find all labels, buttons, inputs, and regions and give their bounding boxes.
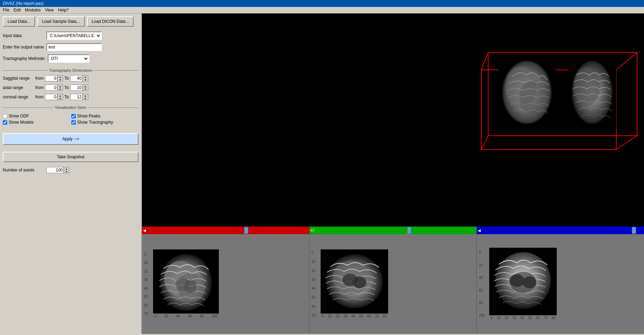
coronal-content[interactable]: 0 20 40 60 80 100: [477, 234, 644, 334]
sagittal-slider-bar[interactable]: ◀: [142, 227, 309, 234]
axial-brain-svg: [321, 249, 388, 314]
axial-slider-track[interactable]: [316, 228, 476, 233]
svg-point-17: [184, 280, 197, 294]
coronal-from-spin[interactable]: ▲ ▼: [45, 94, 63, 100]
coronal-slider-thumb[interactable]: [632, 227, 636, 234]
axial-image-column: 0 10 20 30 40 50 60 70 80: [321, 249, 475, 319]
axial-from-up[interactable]: ▲: [58, 85, 63, 88]
saggital-range-row: Saggital range from ▲ ▼ To ▲ ▼: [3, 75, 138, 81]
saggital-to-up[interactable]: ▲: [83, 76, 88, 78]
show-peaks-text: Show Peaks: [77, 114, 100, 118]
visualization-options: Show ODF Show Peaks Show Models Show Tra…: [3, 114, 138, 125]
apply-button[interactable]: Apply -->: [3, 133, 138, 145]
axial-from-down[interactable]: ▼: [58, 88, 63, 90]
saggital-from-spin[interactable]: ▲ ▼: [45, 75, 63, 81]
coronal-to-input[interactable]: [70, 94, 83, 100]
coronal-from-input[interactable]: [45, 94, 57, 100]
saggital-to-label: To: [64, 76, 69, 81]
axial-to-up[interactable]: ▲: [83, 85, 88, 88]
saggital-to-input[interactable]: [70, 75, 83, 81]
title-bar: DIVIIZ (No report.pas): [0, 0, 644, 7]
menu-help[interactable]: Help?: [58, 8, 69, 12]
axial-to-down[interactable]: ▼: [83, 88, 88, 90]
saggital-from-input[interactable]: [45, 75, 57, 81]
snapshot-button[interactable]: Take Snapshot: [3, 152, 138, 162]
show-tractography-text: Show Tractography: [77, 120, 113, 125]
axial-range-label: axial range: [3, 85, 34, 90]
tractography-method-label: Tractography Methode:: [3, 56, 46, 61]
coronal-range-row: coronal range from ▲ ▼ To ▲ ▼: [3, 94, 138, 100]
tractography-method-select[interactable]: DTI: [48, 54, 89, 63]
show-peaks-checkbox[interactable]: [71, 114, 76, 118]
show-odf-label[interactable]: Show ODF: [3, 114, 70, 118]
num-seeds-label: Number of seeds: [3, 168, 44, 173]
num-seeds-spin[interactable]: ▲ ▼: [46, 167, 69, 173]
svg-point-9: [519, 80, 547, 115]
show-peaks-label[interactable]: Show Peaks: [71, 114, 138, 118]
show-models-text: Show Models: [9, 120, 34, 125]
show-models-label[interactable]: Show Models: [3, 120, 70, 125]
3d-view[interactable]: [142, 14, 644, 227]
axial-from-spin[interactable]: ▲ ▼: [45, 85, 63, 91]
axial-from-input[interactable]: [45, 85, 57, 91]
coronal-from-down[interactable]: ▼: [58, 97, 63, 100]
sagittal-slider-track[interactable]: [147, 228, 308, 233]
bottom-slice-views: ◀ 0 10 20 30 40 50 60 70: [142, 227, 644, 334]
show-tractography-checkbox[interactable]: [71, 120, 76, 125]
saggital-to-down[interactable]: ▼: [83, 78, 88, 81]
saggital-from-label: from: [35, 76, 44, 81]
coronal-to-down[interactable]: ▼: [83, 97, 88, 100]
load-dicom-data-button[interactable]: Load DICON Data...: [87, 16, 134, 27]
saggital-from-down[interactable]: ▼: [58, 78, 63, 81]
menu-modules[interactable]: Modules: [25, 8, 41, 12]
menu-edit[interactable]: Edit: [14, 8, 21, 12]
sagittal-slider-thumb[interactable]: [244, 227, 248, 234]
menu-file[interactable]: File: [3, 8, 9, 12]
load-data-button[interactable]: Load Data...: [3, 16, 35, 27]
coronal-to-up[interactable]: ▲: [83, 94, 88, 97]
input-data-select[interactable]: C:\Users\PENTABELL\Desktop\dipy_d: [46, 32, 102, 40]
axial-content[interactable]: 0 10 20 30 40 50 60 70: [310, 234, 477, 334]
axial-to-input[interactable]: [70, 85, 83, 91]
saggital-from-up[interactable]: ▲: [58, 76, 63, 78]
coronal-from-label: from: [35, 95, 44, 99]
svg-line-5: [481, 136, 488, 150]
show-models-checkbox[interactable]: [3, 120, 7, 125]
axial-slider-value: 47: [310, 228, 316, 232]
axial-slider-thumb[interactable]: [407, 227, 411, 234]
brain-3d-svg: [142, 14, 644, 227]
sagittal-slider-icon: ◀: [142, 228, 147, 233]
menu-view[interactable]: View: [45, 8, 54, 12]
tractography-dimensions-divider: Tractography Dimensions: [3, 68, 138, 72]
axial-to-label: To: [64, 85, 69, 90]
coronal-from-up[interactable]: ▲: [58, 94, 63, 97]
show-odf-checkbox[interactable]: [3, 114, 7, 118]
load-sample-data-button[interactable]: Load Sample Data...: [37, 16, 84, 27]
title-text: DIVIIZ (No report.pas): [3, 1, 44, 6]
coronal-to-spin[interactable]: ▲ ▼: [70, 94, 88, 100]
axial-slider-bar[interactable]: 47: [310, 227, 477, 234]
visualization-divider: Visualization Seen: [3, 105, 138, 109]
output-name-label: Enter the output name: [3, 45, 44, 50]
input-data-row: Input data: C:\Users\PENTABELL\Desktop\d…: [3, 32, 138, 40]
saggital-to-spin[interactable]: ▲ ▼: [70, 75, 88, 81]
num-seeds-input[interactable]: [46, 167, 64, 173]
coronal-slider-track[interactable]: [482, 228, 643, 233]
axial-range-row: axial range from ▲ ▼ To ▲ ▼: [3, 85, 138, 91]
coronal-to-label: To: [64, 95, 69, 99]
tractography-dimensions-title: Tractography Dimensions: [49, 68, 92, 72]
num-seeds-row: Number of seeds ▲ ▼: [3, 167, 138, 173]
num-seeds-down[interactable]: ▼: [64, 170, 69, 173]
output-name-input[interactable]: [46, 43, 102, 51]
input-data-label: Input data:: [3, 33, 44, 38]
coronal-slider-icon: ◀: [477, 228, 482, 233]
sagittal-content[interactable]: 0 10 20 30 40 50 60 70: [142, 234, 309, 334]
load-buttons-row: Load Data... Load Sample Data... Load DI…: [3, 16, 138, 27]
num-seeds-up[interactable]: ▲: [64, 167, 69, 170]
axial-to-spin[interactable]: ▲ ▼: [70, 85, 88, 91]
axial-y-axis: 0 10 20 30 40 50 60 70: [311, 249, 321, 319]
coronal-slider-bar[interactable]: ◀: [477, 227, 644, 234]
show-tractography-label[interactable]: Show Tractography: [71, 120, 138, 125]
svg-line-3: [616, 53, 637, 70]
axial-from-label: from: [35, 85, 44, 90]
